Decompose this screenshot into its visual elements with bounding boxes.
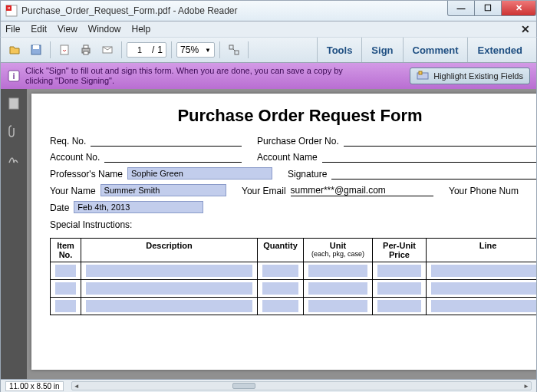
fit-button[interactable]: [225, 41, 243, 59]
tools-button[interactable]: Tools: [317, 38, 362, 62]
main-area: Purchase Order Request Form Req. No. Pur…: [0, 89, 537, 379]
toolbar-separator: [219, 41, 220, 58]
field-signature[interactable]: [331, 168, 536, 180]
svg-text:i: i: [12, 71, 15, 81]
document-viewport[interactable]: Purchase Order Request Form Req. No. Pur…: [27, 89, 536, 379]
export-button[interactable]: [55, 41, 74, 59]
menu-window[interactable]: Window: [88, 24, 121, 35]
email-button[interactable]: [98, 41, 117, 59]
label-prof-name: Professor's Name: [50, 169, 123, 180]
extended-button[interactable]: Extended: [467, 38, 532, 62]
cell-input[interactable]: [55, 265, 76, 277]
field-your-email[interactable]: summer***@gmail.com: [291, 185, 433, 196]
svg-rect-7: [84, 51, 88, 54]
cell-input[interactable]: [86, 265, 252, 277]
col-unit: Unit(each, pkg, case): [304, 239, 373, 262]
field-account-no[interactable]: [104, 151, 242, 163]
sign-button[interactable]: Sign: [361, 38, 402, 62]
chevron-down-icon: ▼: [205, 47, 211, 54]
toolbar: / 1 75% ▼ Tools Sign Comment Extended: [0, 37, 537, 63]
nav-panel: [1, 89, 27, 379]
field-account-name[interactable]: [322, 151, 536, 163]
window-controls: — ☐ ✕: [448, 1, 536, 16]
toolbar-separator: [121, 41, 122, 58]
cell-input[interactable]: [431, 300, 536, 312]
label-account-no: Account No.: [50, 152, 100, 163]
close-button[interactable]: ✕: [501, 1, 536, 16]
page-current-input[interactable]: [130, 45, 149, 54]
scroll-right-arrow[interactable]: ►: [522, 382, 531, 390]
minimize-button[interactable]: —: [447, 1, 475, 16]
window-title: Purchase_Order_Request_Form.pdf - Adobe …: [21, 5, 238, 16]
menu-help[interactable]: Help: [132, 24, 151, 35]
maximize-button[interactable]: ☐: [474, 1, 502, 16]
field-req-no[interactable]: [91, 135, 242, 147]
label-account-name: Account Name: [257, 152, 318, 163]
col-line: Line: [427, 239, 537, 262]
attachments-icon[interactable]: [7, 124, 21, 138]
comment-button[interactable]: Comment: [403, 38, 468, 62]
cell-input[interactable]: [377, 300, 421, 312]
highlight-icon: [417, 71, 429, 81]
cell-input[interactable]: [308, 300, 367, 312]
menu-bar: File Edit View Window Help ✕: [0, 21, 537, 37]
items-table: Item No. Description Quantity Unit(each,…: [50, 238, 536, 315]
menu-edit[interactable]: Edit: [31, 24, 47, 35]
cell-input[interactable]: [431, 282, 536, 295]
table-row: [51, 262, 537, 280]
cell-input[interactable]: [308, 282, 367, 295]
title-bar: Purchase_Order_Request_Form.pdf - Adobe …: [0, 0, 537, 21]
page-dimensions: 11.00 x 8.50 in: [5, 381, 64, 391]
label-req-no: Req. No.: [50, 136, 86, 147]
col-item-no: Item No.: [51, 239, 81, 262]
info-icon: i: [7, 69, 21, 83]
cell-input[interactable]: [86, 300, 252, 312]
signatures-icon[interactable]: [7, 152, 21, 166]
horizontal-scrollbar[interactable]: ◄ ►: [71, 381, 532, 390]
field-prof-name[interactable]: Sophie Green: [127, 167, 272, 180]
cell-input[interactable]: [308, 265, 367, 277]
toolbar-separator: [248, 41, 249, 58]
cell-input[interactable]: [262, 282, 298, 295]
scroll-thumb[interactable]: [232, 383, 255, 389]
field-your-name[interactable]: Summer Smith: [100, 184, 226, 196]
zoom-dropdown[interactable]: 75% ▼: [176, 42, 215, 58]
label-your-email: Your Email: [242, 186, 286, 196]
svg-rect-15: [9, 98, 18, 109]
highlight-fields-button[interactable]: Highlight Existing Fields: [410, 68, 530, 84]
menu-close-icon[interactable]: ✕: [521, 23, 530, 35]
sign-message: Click "Sign" to fill out and sign this f…: [25, 66, 363, 86]
form-title: Purchase Order Request Form: [50, 106, 536, 126]
cell-input[interactable]: [262, 265, 298, 277]
label-special: Special Instructions:: [50, 219, 132, 230]
page-navigator[interactable]: / 1: [127, 42, 166, 58]
label-your-name: Your Name: [50, 186, 96, 196]
svg-rect-9: [229, 45, 233, 49]
cell-input[interactable]: [262, 300, 298, 312]
cell-input[interactable]: [377, 282, 421, 295]
cell-input[interactable]: [431, 265, 536, 277]
toolbar-separator: [50, 41, 51, 58]
cell-input[interactable]: [377, 265, 421, 277]
scroll-left-arrow[interactable]: ◄: [72, 382, 81, 390]
thumbnails-icon[interactable]: [7, 97, 21, 110]
field-date[interactable]: Feb 4th, 2013: [74, 201, 203, 213]
zoom-value: 75%: [180, 44, 199, 55]
cell-input[interactable]: [86, 282, 252, 295]
save-button[interactable]: [27, 41, 45, 59]
table-row: [51, 280, 537, 298]
field-po-no[interactable]: [344, 135, 536, 147]
svg-rect-10: [235, 51, 239, 54]
label-your-phone: Your Phone Num: [449, 186, 519, 196]
svg-rect-4: [61, 45, 68, 54]
menu-view[interactable]: View: [58, 24, 77, 35]
cell-input[interactable]: [55, 300, 76, 312]
cell-input[interactable]: [55, 282, 76, 295]
page-sep: /: [152, 44, 154, 55]
sign-banner: i Click "Sign" to fill out and sign this…: [0, 63, 537, 89]
table-row: [51, 298, 537, 315]
print-button[interactable]: [77, 41, 95, 59]
open-button[interactable]: [5, 41, 24, 59]
highlight-label: Highlight Existing Fields: [433, 71, 523, 81]
menu-file[interactable]: File: [5, 24, 20, 35]
